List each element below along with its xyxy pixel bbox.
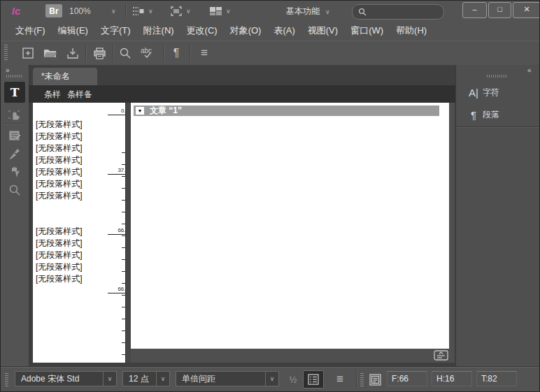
copyfit-info-icon <box>369 374 381 386</box>
print-button[interactable] <box>90 45 108 61</box>
panel-item-character[interactable]: A| 字符 <box>456 82 540 103</box>
eyedropper-tool-button[interactable] <box>4 145 25 163</box>
save-document-button[interactable] <box>64 45 82 61</box>
panel-item-paragraph[interactable]: ¶ 段落 <box>456 104 540 125</box>
hand-tool-button[interactable] <box>4 163 25 181</box>
eyedropper-icon <box>8 147 21 160</box>
zoom-chevron-down-icon[interactable]: ∨ <box>111 8 116 15</box>
note-icon <box>8 129 21 142</box>
tools-grip-handle[interactable] <box>6 75 23 78</box>
tools-divider <box>3 124 26 125</box>
copyfit-depth-counter: H:16 <box>432 371 472 386</box>
bridge-button[interactable]: Br <box>45 4 62 17</box>
zoom-tool-button[interactable] <box>4 181 25 199</box>
document-tab[interactable]: *未命名 <box>33 68 97 85</box>
copyfit-lines-counter: F:66 <box>387 371 427 386</box>
chevron-down-icon: ∨ <box>186 8 191 15</box>
menu-window[interactable]: 窗口(W) <box>344 24 390 37</box>
menu-help[interactable]: 帮助(H) <box>390 24 433 37</box>
frame-bounds-button[interactable]: ∨ <box>170 4 191 18</box>
menu-bar: 文件(F) 编辑(E) 文字(T) 附注(N) 更改(C) 对象(O) 表(A)… <box>1 21 540 40</box>
maximize-button[interactable]: □ <box>488 2 511 18</box>
vertical-scrollbar[interactable] <box>449 103 455 349</box>
search-box[interactable] <box>352 4 444 20</box>
story-collapse-icon[interactable]: ▼ <box>136 107 144 115</box>
overset-indicator-button[interactable] <box>434 350 448 361</box>
incopy-window: Ic Br 100% ∨ ∨ ∨ <box>0 0 540 392</box>
position-hand-icon <box>8 108 22 121</box>
chevron-down-icon: ∨ <box>226 8 231 15</box>
style-row: [无段落样式] <box>36 249 113 261</box>
zoom-magnifier-icon <box>8 184 21 196</box>
minimize-button[interactable]: – <box>462 2 487 18</box>
depth-ruler-bar <box>125 103 131 363</box>
note-tool-button[interactable] <box>4 126 25 145</box>
menu-object[interactable]: 对象(O) <box>224 24 268 37</box>
leading-select[interactable]: 单倍间距 ∨ <box>176 371 279 386</box>
story-text-area[interactable]: ▼ 文章 “1” <box>131 103 449 349</box>
menu-view[interactable]: 视图(V) <box>301 24 344 37</box>
view-options-button[interactable]: ∨ <box>132 4 153 18</box>
workspace-switcher[interactable]: 基本功能 ∨ <box>286 6 330 17</box>
chevron-down-icon: ∨ <box>270 375 275 382</box>
character-panel-icon: A| <box>464 87 483 99</box>
menu-file[interactable]: 文件(F) <box>9 24 52 37</box>
toolbar-menu-button[interactable]: ≡ <box>195 45 213 61</box>
statusbar-grip-handle[interactable] <box>5 373 8 387</box>
position-tool-button[interactable] <box>4 106 25 124</box>
galley-info-toggle-button[interactable] <box>303 370 324 389</box>
screen-mode-icon <box>209 6 222 17</box>
find-button[interactable] <box>116 45 134 61</box>
collapse-panel-icon[interactable]: « <box>527 66 531 74</box>
screen-mode-button[interactable]: ∨ <box>209 4 231 18</box>
line-number-toggle-button[interactable]: ½ <box>286 372 300 386</box>
menu-type[interactable]: 文字(T) <box>94 24 137 37</box>
show-hidden-characters-button[interactable]: ¶ <box>167 45 185 61</box>
zoom-level-value[interactable]: 100% <box>69 6 91 16</box>
magnifier-icon <box>119 47 132 59</box>
font-family-select[interactable]: Adobe 宋体 Std ∨ <box>15 371 117 386</box>
style-row: [无段落样式] <box>36 261 113 273</box>
workspace-label: 基本功能 <box>286 6 320 17</box>
status-bar: Adobe 宋体 Std ∨ 12 点 ∨ 单倍间距 ∨ ½ ≡ <box>1 367 540 392</box>
copyfit-info-button[interactable] <box>367 372 383 387</box>
panel-divider <box>456 126 540 128</box>
menu-changes[interactable]: 更改(C) <box>180 24 224 37</box>
expand-panel-icon[interactable]: » <box>6 66 9 74</box>
search-input[interactable] <box>369 6 442 17</box>
close-button[interactable]: ✕ <box>513 2 540 18</box>
style-row: [无段落样式] <box>36 131 113 143</box>
spellcheck-button[interactable]: abc <box>138 45 157 61</box>
content-area: » T <box>1 65 540 367</box>
tab-galley[interactable]: 条样 <box>44 89 61 101</box>
panel-grip-handle[interactable] <box>487 75 506 78</box>
chevron-down-icon: ∨ <box>161 375 166 382</box>
statusbar-grip-handle[interactable] <box>360 373 364 387</box>
new-document-icon <box>22 47 34 59</box>
style-row: [无段落样式] <box>36 119 113 131</box>
font-size-select[interactable]: 12 点 ∨ <box>122 371 170 386</box>
story-header: ▼ 文章 “1” <box>134 106 439 116</box>
editor-bottom-strip <box>131 349 455 363</box>
chevron-down-icon: ∨ <box>108 375 113 382</box>
type-tool-button[interactable]: T <box>4 82 25 103</box>
panel-item-label: 段落 <box>483 109 499 121</box>
toolbar-separator <box>163 44 164 62</box>
menu-edit[interactable]: 编辑(E) <box>52 24 94 37</box>
toolbar-grip-handle[interactable] <box>4 45 8 61</box>
new-document-button[interactable] <box>19 45 37 61</box>
open-document-button[interactable] <box>41 45 59 61</box>
menu-notes[interactable]: 附注(N) <box>137 24 180 37</box>
galley-info-icon <box>308 374 319 385</box>
hand-icon <box>8 166 21 178</box>
style-row: [无段落样式] <box>36 154 113 166</box>
font-size-value: 12 点 <box>123 373 156 385</box>
menu-table[interactable]: 表(A) <box>267 24 301 37</box>
app-toolbar: abc ¶ ≡ <box>1 41 540 66</box>
style-row: [无段落样式] <box>36 143 113 154</box>
paragraph-panel-icon: ¶ <box>464 109 483 121</box>
tools-panel: » T <box>1 65 29 367</box>
tab-galley-notes[interactable]: 条样备 <box>67 89 92 101</box>
print-icon <box>93 48 106 59</box>
statusbar-menu-button[interactable]: ≡ <box>332 372 348 387</box>
